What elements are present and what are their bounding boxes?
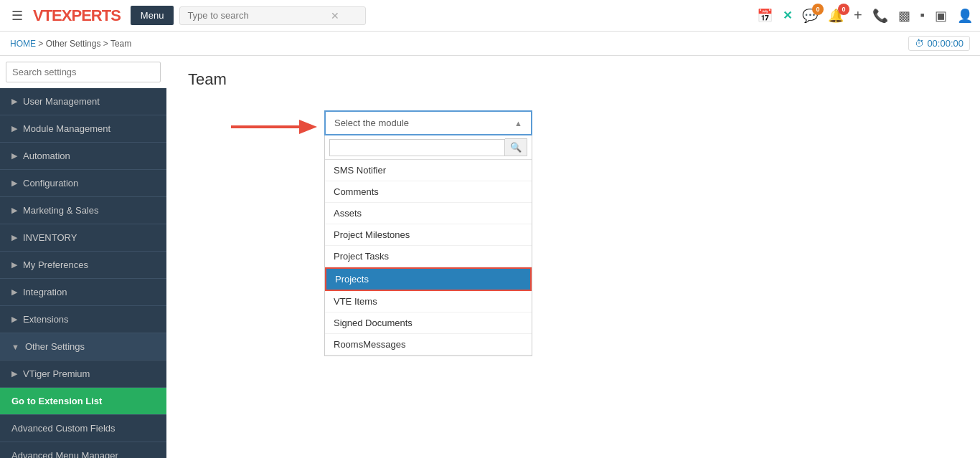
timer-value: 00:00:00 xyxy=(927,38,963,49)
area-chart-icon[interactable]: ▪ xyxy=(920,8,925,23)
arrow-annotation: Select the module ▲ 🔍 SMS Notifier Comme… xyxy=(188,110,958,356)
dropdown-search-input[interactable] xyxy=(329,139,505,156)
chat-badge: 0 xyxy=(812,4,824,15)
chevron-right-icon: ▶ xyxy=(11,260,17,269)
sidebar-label: VTiger Premium xyxy=(23,368,90,379)
svg-marker-1 xyxy=(299,120,317,134)
chevron-right-icon: ▶ xyxy=(11,151,17,161)
tasks-icon[interactable]: ▣ xyxy=(935,8,947,24)
sidebar-label: INVENTORY xyxy=(23,232,77,243)
timer[interactable]: ⏱ 00:00:00 xyxy=(908,36,970,51)
chevron-down-icon: ▼ xyxy=(11,343,19,351)
nav-icon-group: 📅 ✕ 💬 0 🔔 0 + 📞 ▩ ▪ ▣ 👤 xyxy=(757,7,973,24)
phone-icon[interactable]: 📞 xyxy=(872,8,888,24)
sidebar-item-marketing-sales[interactable]: ▶ Marketing & Sales xyxy=(0,197,166,224)
logo-vt: VTE xyxy=(33,6,62,24)
main-content: Team Select the module ▲ 🔍 SMS Notifier xyxy=(166,56,980,458)
dropdown-option-comments[interactable]: Comments xyxy=(325,181,532,203)
dropdown-placeholder: Select the module xyxy=(334,118,409,128)
sidebar-label: Configuration xyxy=(23,178,78,189)
sidebar-label: Other Settings xyxy=(25,341,85,352)
chevron-right-icon: ▶ xyxy=(11,178,17,188)
dropdown-option-vte-items[interactable]: VTE Items xyxy=(325,291,532,313)
sidebar-item-integration[interactable]: ▶ Integration xyxy=(0,279,166,306)
global-search-input[interactable] xyxy=(187,10,331,21)
user-icon[interactable]: 👤 xyxy=(957,8,973,24)
sidebar-label: Automation xyxy=(23,151,70,161)
dropdown-option-sms-notifier[interactable]: SMS Notifier xyxy=(325,160,532,181)
breadcrumb-other-settings[interactable]: Other Settings xyxy=(46,39,101,49)
bar-chart-icon[interactable]: ▩ xyxy=(898,8,910,24)
app-logo: VTEXPERTS xyxy=(33,6,121,25)
sidebar-item-automation[interactable]: ▶ Automation xyxy=(0,143,166,170)
logo-perts: PERTS xyxy=(71,6,120,24)
sidebar-item-extensions[interactable]: ▶ Extensions xyxy=(0,306,166,333)
dropdown-option-project-tasks[interactable]: Project Tasks xyxy=(325,246,532,267)
sidebar-label: Marketing & Sales xyxy=(23,205,99,216)
clock-icon: ⏱ xyxy=(915,38,924,49)
sidebar: ▶ User Management ▶ Module Management ▶ … xyxy=(0,56,166,458)
sidebar-item-other-settings[interactable]: ▼ Other Settings xyxy=(0,333,166,361)
breadcrumb-current: Team xyxy=(110,39,131,49)
logo-x: X xyxy=(62,6,72,24)
breadcrumb-home[interactable]: HOME xyxy=(10,39,36,49)
sidebar-link-label: Go to Extension List xyxy=(11,396,102,406)
chevron-up-icon: ▲ xyxy=(514,119,522,128)
go-to-extension-list-link[interactable]: Go to Extension List xyxy=(0,388,166,415)
hamburger-menu[interactable]: ☰ xyxy=(7,5,27,27)
sidebar-item-user-management[interactable]: ▶ User Management xyxy=(0,88,166,115)
dropdown-option-assets[interactable]: Assets xyxy=(325,203,532,224)
chevron-right-icon: ▶ xyxy=(11,124,17,133)
sidebar-link-label: Advanced Menu Manager xyxy=(11,450,118,458)
chevron-right-icon: ▶ xyxy=(11,97,17,106)
module-dropdown-wrapper: Select the module ▲ 🔍 SMS Notifier Comme… xyxy=(324,110,532,356)
dropdown-option-project-milestones[interactable]: Project Milestones xyxy=(325,224,532,246)
module-dropdown-list: 🔍 SMS Notifier Comments Assets Project M… xyxy=(324,135,532,356)
sidebar-item-my-preferences[interactable]: ▶ My Preferences xyxy=(0,252,166,279)
sidebar-item-module-management[interactable]: ▶ Module Management xyxy=(0,115,166,143)
chevron-right-icon: ▶ xyxy=(11,315,17,324)
global-search-bar[interactable]: ✕ xyxy=(179,6,366,25)
chat-icon[interactable]: 💬 0 xyxy=(802,8,818,24)
dropdown-option-projects[interactable]: Projects xyxy=(325,267,532,291)
top-navigation: ☰ VTEXPERTS Menu ✕ 📅 ✕ 💬 0 🔔 0 + 📞 ▩ ▪ ▣… xyxy=(0,0,980,32)
chevron-right-icon: ▶ xyxy=(11,369,17,378)
menu-button[interactable]: Menu xyxy=(131,6,174,25)
bell-icon[interactable]: 🔔 0 xyxy=(828,8,844,24)
breadcrumb-bar: HOME > Other Settings > Team ⏱ 00:00:00 xyxy=(0,32,980,56)
sidebar-item-vtiger-premium[interactable]: ▶ VTiger Premium xyxy=(0,361,166,388)
sidebar-label: User Management xyxy=(23,96,100,107)
sidebar-bottom-links: Go to Extension List Advanced Custom Fie… xyxy=(0,388,166,458)
breadcrumb-sep1: > xyxy=(38,39,43,49)
sidebar-item-inventory[interactable]: ▶ INVENTORY xyxy=(0,224,166,252)
chevron-right-icon: ▶ xyxy=(11,206,17,215)
page-title: Team xyxy=(188,70,958,89)
vtiger-icon[interactable]: ✕ xyxy=(783,9,792,22)
search-clear-icon[interactable]: ✕ xyxy=(331,10,339,22)
sidebar-label: Extensions xyxy=(23,314,69,325)
chevron-right-icon: ▶ xyxy=(11,287,17,297)
dropdown-search-container: 🔍 xyxy=(325,135,532,160)
advanced-custom-fields-link[interactable]: Advanced Custom Fields xyxy=(0,415,166,442)
main-layout: ▶ User Management ▶ Module Management ▶ … xyxy=(0,56,980,458)
sidebar-label: Integration xyxy=(23,287,67,297)
calendar-icon[interactable]: 📅 xyxy=(757,8,773,24)
plus-icon[interactable]: + xyxy=(854,7,862,24)
breadcrumb: HOME > Other Settings > Team xyxy=(10,39,131,49)
breadcrumb-sep2: > xyxy=(103,39,110,49)
sidebar-item-configuration[interactable]: ▶ Configuration xyxy=(0,170,166,197)
chevron-right-icon: ▶ xyxy=(11,233,17,242)
sidebar-search-container xyxy=(0,56,166,88)
dropdown-option-rooms-messages[interactable]: RoomsMessages xyxy=(325,334,532,356)
sidebar-link-label: Advanced Custom Fields xyxy=(11,423,116,434)
advanced-menu-manager-link[interactable]: Advanced Menu Manager xyxy=(0,442,166,458)
sidebar-label: My Preferences xyxy=(23,259,88,270)
sidebar-search-input[interactable] xyxy=(6,62,161,82)
bell-badge: 0 xyxy=(838,4,849,15)
module-dropdown-trigger[interactable]: Select the module ▲ xyxy=(324,110,532,135)
sidebar-label: Module Management xyxy=(23,123,110,134)
dropdown-option-signed-documents[interactable]: Signed Documents xyxy=(325,313,532,334)
red-arrow-annotation xyxy=(231,116,317,138)
dropdown-search-button[interactable]: 🔍 xyxy=(505,138,527,156)
